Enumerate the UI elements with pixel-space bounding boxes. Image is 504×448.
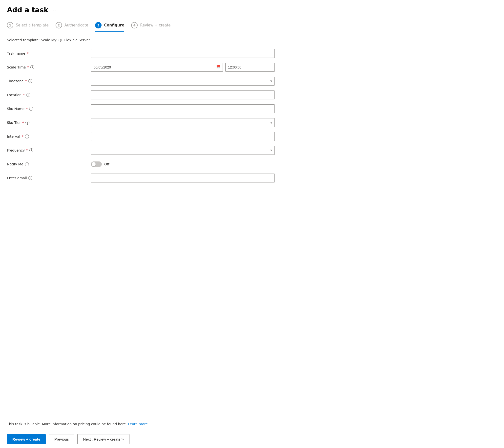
step-3-circle: 3 [95, 22, 102, 28]
location-input[interactable] [91, 90, 275, 99]
timezone-label-text: Timezone [7, 79, 24, 83]
sku-tier-label: Sku Tier * i [7, 121, 91, 125]
step-4-circle: 4 [131, 22, 138, 28]
notify-me-info-icon[interactable]: i [25, 162, 29, 166]
page-title: Add a task [7, 6, 48, 14]
frequency-select[interactable] [91, 146, 275, 155]
billing-footer: This task is billable. More information … [7, 418, 275, 430]
task-name-row: Task name * [7, 49, 275, 58]
step-2-circle: 2 [56, 22, 62, 28]
step-3[interactable]: 3 Configure [95, 22, 131, 32]
scale-time-required: * [27, 65, 29, 69]
task-name-control [91, 49, 275, 58]
frequency-row: Frequency * i ∨ [7, 146, 275, 155]
selected-template-text: Selected template: Scale MySQL Flexible … [7, 38, 275, 42]
location-row: Location * i [7, 90, 275, 99]
sku-tier-control: ∨ [91, 118, 275, 127]
notify-me-label: Notify Me i [7, 162, 91, 166]
step-1[interactable]: 1 Select a template [7, 22, 56, 32]
timezone-info-icon[interactable]: i [28, 79, 32, 83]
frequency-label-text: Frequency [7, 148, 25, 152]
notify-me-row: Notify Me i Off [7, 160, 275, 169]
step-2-label: Authenticate [64, 23, 88, 27]
interval-input[interactable] [91, 132, 275, 141]
step-3-label: Configure [104, 23, 124, 27]
wizard-steps: 1 Select a template 2 Authenticate 3 Con… [7, 18, 275, 32]
frequency-label: Frequency * i [7, 148, 91, 152]
scale-time-row: Scale Time * i 📅 [7, 63, 275, 72]
sku-name-label: Sku Name * i [7, 107, 91, 111]
frequency-info-icon[interactable]: i [29, 148, 33, 152]
toggle-state-label: Off [104, 162, 109, 166]
notify-me-control: Off [91, 161, 275, 167]
interval-row: Interval * i [7, 132, 275, 141]
interval-required: * [22, 134, 23, 138]
sku-tier-required: * [22, 121, 24, 125]
billing-text: This task is billable. More information … [7, 422, 127, 426]
timezone-label: Timezone * i [7, 79, 91, 83]
date-input-wrapper: 📅 [91, 63, 223, 72]
step-4-label: Review + create [140, 23, 170, 27]
interval-label-text: Interval [7, 134, 20, 138]
toggle-thumb [92, 162, 96, 166]
next-button[interactable]: Next : Review + create > [77, 434, 129, 444]
task-name-label: Task name * [7, 51, 91, 55]
more-options-icon[interactable]: ··· [51, 7, 56, 13]
location-required: * [23, 93, 25, 97]
location-label: Location * i [7, 93, 91, 97]
date-time-group: 📅 [91, 63, 275, 72]
date-input[interactable] [91, 63, 223, 72]
previous-button[interactable]: Previous [49, 434, 74, 444]
enter-email-info-icon[interactable]: i [28, 176, 32, 180]
frequency-required: * [26, 148, 28, 152]
interval-control [91, 132, 275, 141]
timezone-required: * [25, 79, 27, 83]
scale-time-control: 📅 [91, 63, 275, 72]
task-name-required: * [27, 51, 28, 55]
location-control [91, 90, 275, 99]
learn-more-link[interactable]: Learn more [128, 422, 148, 426]
form-area: Selected template: Scale MySQL Flexible … [7, 38, 275, 418]
location-label-text: Location [7, 93, 21, 97]
sku-name-info-icon[interactable]: i [29, 107, 33, 111]
enter-email-input[interactable] [91, 174, 275, 182]
notify-me-label-text: Notify Me [7, 162, 23, 166]
step-4[interactable]: 4 Review + create [131, 22, 170, 32]
sku-name-row: Sku Name * i [7, 104, 275, 113]
frequency-control: ∨ [91, 146, 275, 155]
time-input[interactable] [225, 63, 275, 72]
timezone-select-wrapper: ∨ [91, 77, 275, 86]
timezone-row: Timezone * i ∨ [7, 77, 275, 86]
enter-email-label-text: Enter email [7, 176, 27, 180]
location-info-icon[interactable]: i [26, 93, 30, 97]
review-create-button[interactable]: Review + create [7, 434, 46, 444]
sku-tier-label-text: Sku Tier [7, 121, 21, 125]
step-1-circle: 1 [7, 22, 13, 28]
scale-time-label: Scale Time * i [7, 65, 91, 69]
enter-email-control [91, 174, 275, 182]
enter-email-label: Enter email i [7, 176, 91, 180]
sku-name-required: * [26, 107, 28, 111]
step-2[interactable]: 2 Authenticate [56, 22, 95, 32]
sku-name-control [91, 104, 275, 113]
sku-tier-select[interactable] [91, 118, 275, 127]
scale-time-label-text: Scale Time [7, 65, 26, 69]
page-header: Add a task ··· [7, 0, 275, 18]
timezone-control: ∨ [91, 77, 275, 86]
sku-tier-info-icon[interactable]: i [25, 121, 29, 125]
sku-name-label-text: Sku Name [7, 107, 24, 111]
toggle-row: Off [91, 161, 275, 167]
timezone-select[interactable] [91, 77, 275, 86]
task-name-input[interactable] [91, 49, 275, 58]
task-name-label-text: Task name [7, 51, 25, 55]
sku-name-input[interactable] [91, 104, 275, 113]
interval-info-icon[interactable]: i [25, 134, 29, 138]
action-bar: Review + create Previous Next : Review +… [7, 430, 275, 448]
interval-label: Interval * i [7, 134, 91, 138]
sku-tier-select-wrapper: ∨ [91, 118, 275, 127]
enter-email-row: Enter email i [7, 174, 275, 182]
scale-time-info-icon[interactable]: i [30, 65, 34, 69]
calendar-icon[interactable]: 📅 [216, 65, 221, 70]
step-1-label: Select a template [16, 23, 49, 27]
notify-me-toggle[interactable] [91, 161, 102, 167]
